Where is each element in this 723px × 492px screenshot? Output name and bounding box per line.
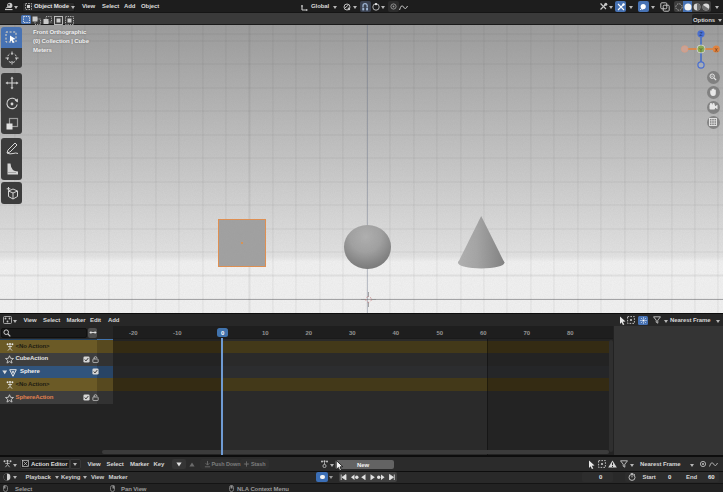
- svg-text:Z: Z: [699, 31, 702, 37]
